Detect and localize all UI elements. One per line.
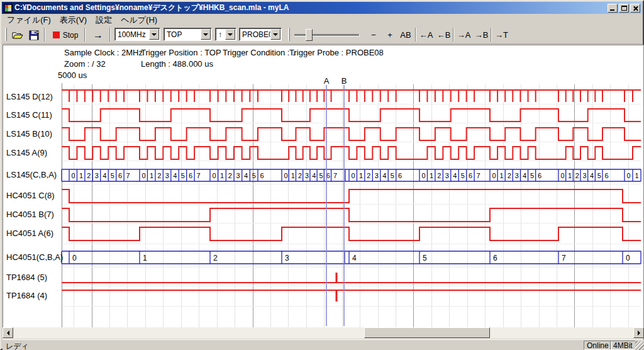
scroll-right-button[interactable] [633, 327, 644, 338]
zoom-slider-thumb[interactable] [306, 29, 313, 41]
strobe-pulse [295, 90, 296, 102]
bus-value-label: 1 [359, 172, 363, 179]
signal-label-ls145-bus[interactable]: LS145(C,B,A) [6, 170, 57, 180]
bus-value-label: 7 [197, 172, 201, 179]
signal-label-hc4051-c[interactable]: HC4051 C(8) [6, 191, 55, 201]
strobe-pulse [587, 90, 589, 102]
status-online-badge: Online [584, 341, 612, 350]
goto-trigger-button[interactable]: →T [493, 28, 510, 42]
bus-value-label: 5 [252, 172, 256, 179]
bus-value-label: 4 [590, 172, 594, 179]
toolbar-grip[interactable] [5, 28, 7, 41]
bus-value-label: 2 [367, 172, 370, 179]
bus-value-label: 7 [562, 254, 566, 262]
goto-cursor-b-left-button[interactable]: ←B [435, 28, 452, 42]
menu-item-file[interactable]: ファイル(F) [3, 14, 55, 26]
dropdown-button[interactable] [201, 29, 211, 40]
trigger-position-select[interactable]: TOP [164, 28, 212, 41]
arrow-right-icon [638, 330, 640, 336]
strobe-pulse [69, 90, 70, 102]
bus-value-label: 6 [604, 172, 608, 179]
bus-value-label: 3 [236, 172, 240, 179]
bus-value-label: 0 [492, 172, 496, 179]
bus-value-label: 1 [150, 172, 153, 179]
status-memory-badge: 4MBit [610, 341, 636, 350]
toolbar: Stop → 100MHz TOP ↑ PROBE00 − + AB ←A [3, 26, 641, 44]
bus-value-label: 3 [165, 172, 169, 179]
dropdown-button[interactable] [270, 29, 280, 40]
bus-value-label: 0 [284, 172, 287, 179]
strobe-pulse [225, 90, 226, 102]
trace-HC4051 A(6) [62, 227, 641, 240]
strobe-pulse [426, 90, 428, 102]
close-button[interactable] [630, 4, 640, 13]
title-bar[interactable]: C:¥Documents and Settings¥noname¥デスクトップ¥… [2, 2, 642, 14]
bus-value-label: 0 [72, 254, 77, 262]
scrollbar-thumb[interactable] [364, 327, 490, 338]
signal-label-tp1684-4[interactable]: TP1684 (4) [6, 291, 47, 301]
menu-item-view[interactable]: 表示(V) [55, 14, 91, 26]
menu-item-settings[interactable]: 設定 [91, 14, 116, 26]
signal-label-tp1684-5[interactable]: TP1684 (5) [6, 273, 47, 283]
signal-label-hc4051-bus[interactable]: HC4051(C,B,A) [6, 252, 63, 262]
waveform-plot[interactable]: 0123456701234567012345601234567012345601… [3, 45, 644, 327]
app-window: C:¥Documents and Settings¥noname¥デスクトップ¥… [0, 0, 644, 350]
bus-value-label: 0 [142, 172, 145, 179]
sample-clock-select[interactable]: 100MHz [114, 28, 160, 41]
open-file-button[interactable] [10, 28, 25, 42]
bus-value-label: 5 [597, 172, 601, 179]
dropdown-button[interactable] [149, 29, 159, 40]
trace-LS145 B(10) [62, 128, 641, 140]
bus-value-label: 1 [500, 172, 504, 179]
goto-cursor-a-left-button[interactable]: ←A [418, 28, 435, 42]
goto-cursor-b-right-button[interactable]: →B [473, 28, 490, 42]
bus-value-label: 4 [173, 172, 177, 179]
dropdown-button[interactable] [225, 29, 235, 40]
trace-HC4051 C(8) [62, 189, 641, 203]
cursor-a-label[interactable]: A [322, 76, 331, 86]
bus-value-label: 6 [493, 254, 497, 262]
strobe-pulse [170, 90, 172, 102]
bus-value-label: 6 [469, 172, 472, 179]
zoom-out-button[interactable]: − [366, 28, 381, 42]
stop-button[interactable]: Stop [49, 28, 82, 42]
strobe-pulse [303, 90, 304, 102]
signal-label-ls145-d[interactable]: LS145 D(12) [6, 92, 53, 102]
save-button[interactable] [26, 28, 42, 42]
signal-label-ls145-a[interactable]: LS145 A(9) [6, 148, 47, 158]
signal-label-ls145-c[interactable]: LS145 C(11) [6, 110, 52, 120]
bus-value-label: 2 [213, 254, 218, 262]
maximize-button[interactable] [619, 4, 629, 13]
menu-item-help[interactable]: ヘルプ(H) [116, 14, 162, 26]
sample-clock-readout: Sample Clock : 2MHz [64, 48, 143, 57]
cursor-b-label[interactable]: B [340, 76, 348, 86]
bus-value-label: 4 [382, 172, 386, 179]
strobe-pulse [380, 90, 381, 102]
resize-grip[interactable] [635, 341, 644, 350]
strobe-pulse [572, 90, 574, 102]
run-button[interactable]: → [89, 28, 108, 42]
arrow-left-icon [7, 330, 9, 336]
signal-label-ls145-b[interactable]: LS145 B(10) [6, 129, 52, 139]
trigger-probe-select[interactable]: PROBE00 [239, 28, 282, 41]
horizontal-scrollbar[interactable] [3, 327, 644, 339]
zoom-slider-track[interactable] [294, 34, 360, 37]
zoom-ab-button[interactable]: AB [397, 28, 414, 42]
zoom-in-button[interactable]: + [382, 28, 397, 42]
strobe-pulse [442, 90, 443, 102]
window-title: C:¥Documents and Settings¥noname¥デスクトップ¥… [14, 3, 608, 13]
bus-value-label: 4 [453, 172, 457, 179]
strobe-pulse [356, 90, 357, 102]
signal-label-hc4051-b[interactable]: HC4051 B(7) [6, 210, 54, 220]
toolbar-separator [84, 28, 86, 42]
minimize-button[interactable] [608, 4, 618, 13]
trigger-edge-select[interactable]: ↑ [215, 28, 236, 41]
toolbar-grip[interactable] [288, 28, 290, 41]
signal-label-hc4051-a[interactable]: HC4051 A(6) [6, 229, 53, 239]
strobe-pulse [348, 90, 350, 102]
strobe-pulse [249, 90, 250, 102]
scroll-left-button[interactable] [3, 327, 13, 338]
goto-cursor-a-right-button[interactable]: →A [455, 28, 472, 42]
bus-value-label: 5 [461, 172, 465, 179]
timebase-label: 5000 us [58, 71, 87, 80]
